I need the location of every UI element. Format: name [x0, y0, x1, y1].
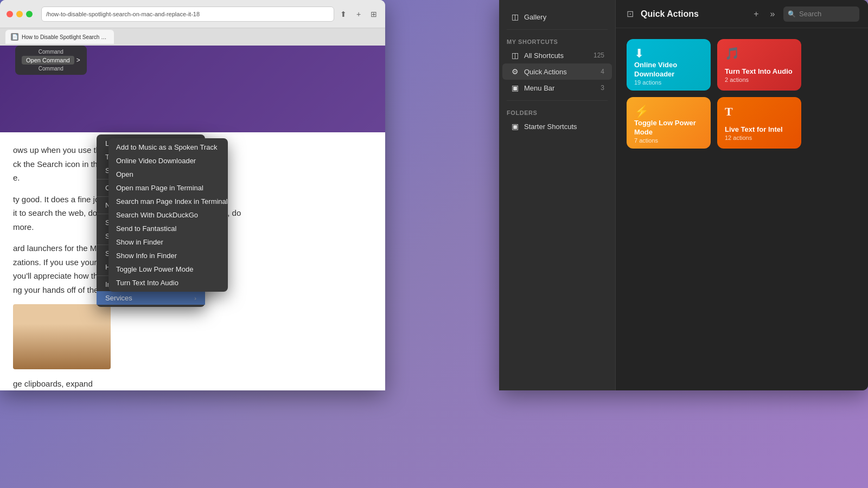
turn-text-audio-icon: 🎵	[725, 47, 794, 61]
sidebar-menu-bar[interactable]: ▣ Menu Bar 3	[502, 80, 612, 96]
traffic-lights	[7, 11, 33, 17]
card-text-4: Live Text for Intel 12 actions	[725, 125, 794, 141]
browser-tab[interactable]: 📄 How to Disable Spotlight Search on Mac…	[5, 30, 114, 44]
shortcut-card-live-text[interactable]: T Live Text for Intel 12 actions	[717, 97, 801, 149]
sidebar-sep-2	[507, 100, 608, 101]
shortcut-card-online-video[interactable]: ⬇ Online Video Downloader 19 actions	[627, 39, 711, 91]
sidebar-sep-1	[507, 29, 608, 30]
sidebar-all-shortcuts-count: 125	[593, 52, 604, 59]
search-placeholder: Search	[799, 10, 821, 18]
url-bar[interactable]: /how-to-disable-spotlight-search-on-mac-…	[41, 7, 334, 22]
card-title-2: Turn Text Into Audio	[725, 67, 794, 76]
shortcuts-search-box[interactable]: 🔍 Search	[783, 7, 859, 22]
submenu-toggle-low-power[interactable]: Toggle Low Power Mode	[108, 262, 228, 276]
shortcuts-panel: ◫ Gallery My Shortcuts ◫ All Shortcuts 1…	[499, 0, 868, 390]
submenu-open[interactable]: Open	[108, 168, 228, 181]
sidebar-quick-actions-count: 4	[601, 68, 604, 75]
submenu-turn-text-audio[interactable]: Turn Text Into Audio	[108, 276, 228, 290]
sidebar-gallery[interactable]: ◫ Gallery	[502, 9, 612, 25]
sidebar-starter-shortcuts[interactable]: ▣ Starter Shortcuts	[502, 118, 612, 134]
sidebar-gallery-label: Gallery	[524, 13, 604, 21]
sidebar-menu-bar-count: 3	[601, 84, 604, 92]
submenu-open-man-page[interactable]: Open man Page in Terminal	[108, 181, 228, 195]
submenu-add-to-music[interactable]: Add to Music as a Spoken Track	[108, 140, 228, 154]
context-menu-services[interactable]: Services ›	[97, 291, 205, 305]
online-video-icon: ⬇	[634, 47, 703, 61]
sidebar-all-shortcuts-label: All Shortcuts	[524, 52, 589, 60]
menu-bar-icon: ▣	[510, 83, 520, 93]
browser-icons: ⬆ + ⊞	[339, 9, 379, 19]
shortcuts-main: ⊡ Quick Actions + » 🔍 Search ⬇ Online Vi…	[616, 0, 868, 390]
gallery-icon: ◫	[510, 12, 520, 22]
sidebar-starter-shortcuts-label: Starter Shortcuts	[524, 123, 604, 131]
card-subtitle-4: 12 actions	[725, 134, 794, 141]
tab-favicon: 📄	[11, 33, 18, 41]
submenu-search-ddg[interactable]: Search With DuckDuckGo	[108, 208, 228, 222]
services-label: Services	[105, 294, 132, 302]
sidebar-quick-actions-label: Quick Actions	[524, 68, 596, 76]
card-subtitle-2: 2 actions	[725, 76, 794, 83]
new-tab-icon[interactable]: +	[354, 9, 363, 19]
browser-toolbar: /how-to-disable-spotlight-search-on-mac-…	[0, 0, 385, 28]
search-icon: 🔍	[788, 10, 796, 18]
toggle-low-power-icon: ⚡	[634, 105, 703, 119]
card-text-3: Toggle Low Power Mode 7 actions	[634, 119, 703, 144]
live-text-icon: T	[725, 105, 794, 119]
submenu-show-finder[interactable]: Show in Finder	[108, 235, 228, 249]
shortcuts-header: ⊡ Quick Actions + » 🔍 Search	[616, 0, 868, 28]
tooltip-bottom-label: Command	[39, 66, 63, 72]
url-text: /how-to-disable-spotlight-search-on-mac-…	[46, 11, 200, 17]
article-thumb-1	[13, 304, 111, 369]
shortcuts-title: Quick Actions	[641, 9, 745, 19]
maximize-button[interactable]	[26, 11, 33, 17]
folders-section: Folders	[499, 105, 615, 118]
card-text-1: Online Video Downloader 19 actions	[634, 61, 703, 86]
tooltip-cmd: Open Command >	[22, 56, 80, 65]
all-shortcuts-icon: ◫	[510, 50, 520, 60]
tooltip-open-command: Open Command	[22, 56, 74, 65]
grid-icon[interactable]: ⊞	[369, 9, 379, 19]
services-submenu: Add to Music as a Spoken Track Online Vi…	[108, 138, 228, 292]
sidebar-quick-actions[interactable]: ⚙ Quick Actions 4	[502, 63, 612, 80]
submenu-online-video[interactable]: Online Video Downloader	[108, 154, 228, 168]
shortcuts-sidebar: ◫ Gallery My Shortcuts ◫ All Shortcuts 1…	[499, 0, 616, 390]
card-subtitle-3: 7 actions	[634, 137, 703, 144]
card-subtitle-1: 19 actions	[634, 79, 703, 86]
tooltip-top-label: Command	[39, 49, 63, 55]
close-button[interactable]	[7, 11, 13, 17]
card-title-4: Live Text for Intel	[725, 125, 794, 134]
shortcut-card-toggle-low-power[interactable]: ⚡ Toggle Low Power Mode 7 actions	[627, 97, 711, 149]
shortcuts-grid: ⬇ Online Video Downloader 19 actions 🎵 T…	[616, 28, 868, 159]
article-image-row	[13, 304, 372, 369]
card-title-1: Online Video Downloader	[634, 61, 703, 79]
sidebar-all-shortcuts[interactable]: ◫ All Shortcuts 125	[502, 47, 612, 63]
services-arrow: ›	[194, 295, 196, 301]
minimize-button[interactable]	[16, 11, 23, 17]
submenu-send-fantastical[interactable]: Send to Fantastical	[108, 222, 228, 235]
tooltip-arrow: >	[76, 56, 80, 64]
card-title-3: Toggle Low Power Mode	[634, 119, 703, 137]
shortcut-card-turn-text-audio[interactable]: 🎵 Turn Text Into Audio 2 actions	[717, 39, 801, 91]
add-shortcut-icon[interactable]: +	[751, 9, 762, 20]
card-text-2: Turn Text Into Audio 2 actions	[725, 67, 794, 83]
thumb-person	[13, 304, 111, 369]
starter-shortcuts-icon: ▣	[510, 121, 520, 131]
more-options-icon[interactable]: »	[767, 9, 778, 20]
my-shortcuts-section: My Shortcuts	[499, 34, 615, 47]
share-icon[interactable]: ⬆	[339, 9, 348, 19]
sidebar-toggle-icon[interactable]: ⊡	[624, 9, 635, 20]
submenu-search-man-page[interactable]: Search man Page Index in Terminal	[108, 195, 228, 208]
tab-label: How to Disable Spotlight Search on Mac (…	[22, 34, 108, 40]
quick-actions-icon: ⚙	[510, 67, 520, 76]
article-para-4: ge clipboards, expand , and even arrange	[13, 377, 372, 390]
tab-bar: 📄 How to Disable Spotlight Search on Mac…	[0, 28, 385, 46]
submenu-show-info-finder[interactable]: Show Info in Finder	[108, 249, 228, 262]
sidebar-menu-bar-label: Menu Bar	[524, 84, 596, 92]
tooltip-bubble: Command Open Command > Command	[15, 46, 87, 75]
